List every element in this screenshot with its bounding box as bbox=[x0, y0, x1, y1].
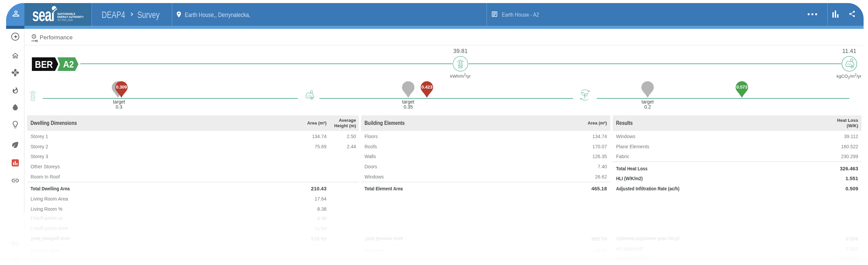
svg-text:2: 2 bbox=[311, 96, 312, 98]
svg-text:A2: A2 bbox=[63, 59, 74, 70]
svg-text:BER: BER bbox=[35, 59, 53, 70]
